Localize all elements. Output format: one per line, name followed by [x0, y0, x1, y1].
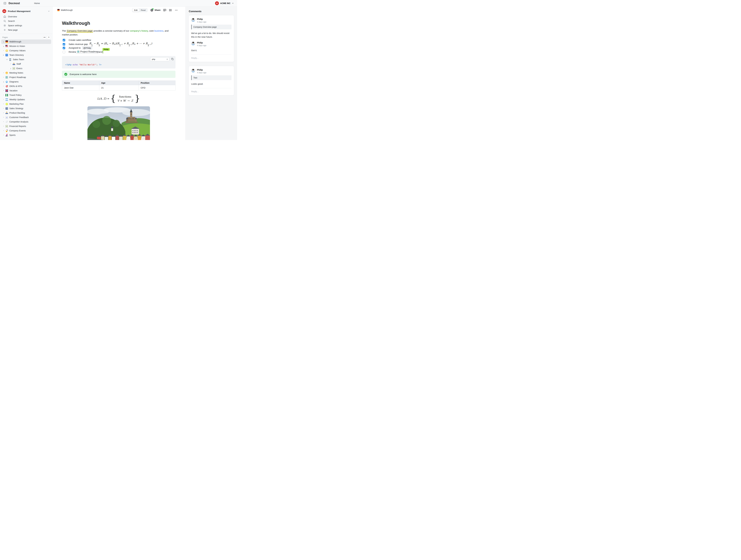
sidebar-item-space-settings[interactable]: Space settings: [0, 23, 52, 28]
chevron-right-icon[interactable]: ›: [2, 45, 5, 48]
reply-input[interactable]: Reply...: [191, 57, 231, 60]
checkbox-checked[interactable]: [63, 39, 65, 41]
column-header[interactable]: Name: [62, 81, 99, 85]
more-options-button[interactable]: [175, 9, 178, 12]
castle-riverside-photo: [87, 106, 150, 140]
comment-timestamp: 4 days ago: [197, 71, 206, 74]
chevron-down-icon[interactable]: ›: [2, 54, 5, 57]
document-image[interactable]: [87, 106, 150, 140]
chevron-right-icon[interactable]: ›: [9, 67, 12, 70]
home-icon: [3, 15, 6, 18]
argentina-flag-icon: [5, 98, 8, 101]
table-header-row: Name Age Position: [62, 81, 176, 85]
page-title[interactable]: Walkthrough: [62, 21, 176, 26]
bullet-icon: •: [2, 85, 5, 87]
sidebar-page-financial-reports[interactable]: •Financial Reports: [1, 124, 51, 128]
sidebar-page-company-values[interactable]: •Company Values: [1, 48, 51, 53]
data-table: Name Age Position Jane Doe 21 CFO: [62, 80, 176, 90]
sidebar-item-label: New page: [8, 29, 18, 31]
comment-text: We've got a lot to do. We should revisit…: [191, 31, 231, 39]
app-logo[interactable]: Docmost: [9, 2, 20, 5]
sidebar-page-competitor-analysis[interactable]: •Competitor Analysis: [1, 120, 51, 124]
sidebar-item-new-page[interactable]: New page: [0, 28, 52, 32]
bullet-icon: •: [2, 50, 5, 51]
collaborator-cursor: Philip: [103, 50, 103, 54]
sidebar-page-okrs-kpis[interactable]: •OKRs & KPIs: [1, 84, 51, 88]
green-link[interactable]: company's history: [130, 29, 148, 32]
comments-toggle-button[interactable]: [163, 9, 166, 12]
bullet-icon: •: [2, 112, 5, 114]
reply-input[interactable]: Reply...: [191, 90, 231, 93]
code-language-select[interactable]: php: [150, 57, 169, 61]
column-header[interactable]: Position: [139, 81, 176, 85]
search-icon: [3, 20, 6, 22]
chevron-right-icon[interactable]: ›: [2, 80, 5, 83]
math-block[interactable]: L(A, Z) ≃ {functionsV × W → Z}: [62, 93, 176, 104]
comment-author: Philip: [197, 18, 206, 20]
shared-status-dot: [152, 8, 153, 10]
sidebar-page-sports[interactable]: •Sports: [1, 133, 51, 137]
sidebar-page-travel-policy[interactable]: •Travel Policy: [1, 93, 51, 97]
table-of-contents-button[interactable]: [169, 9, 172, 12]
us-flag-icon: [5, 45, 8, 48]
pages-add-button[interactable]: +: [47, 36, 51, 39]
chevron-down-icon[interactable]: ›: [6, 58, 8, 61]
sidebar-page-team-directory[interactable]: ›Team Directory: [1, 53, 51, 57]
sidebar-page-staff[interactable]: •Staff: [1, 62, 51, 66]
read-mode-button[interactable]: Read: [139, 8, 147, 12]
green-check-circle-icon: [64, 73, 67, 76]
table-cell[interactable]: CFO: [139, 85, 176, 90]
blue-link[interactable]: business: [154, 29, 163, 32]
comment-thread-card: Philip 4 days ago Two Looks good. Reply.…: [189, 66, 234, 96]
table-cell[interactable]: 21: [99, 85, 139, 90]
user-mention-chip[interactable]: @Philip: [82, 46, 92, 50]
workspace-name: ACME INC: [220, 2, 230, 4]
document-header: Walkthrough Edit Read Share: [53, 7, 185, 13]
code-block[interactable]: php <?php echo "Hello World!"; ?>: [62, 56, 176, 68]
nav-home[interactable]: Home: [34, 2, 40, 4]
sidebar-page-project-roadmap[interactable]: •Project Roadmap: [1, 75, 51, 79]
checkbox-unchecked[interactable]: [63, 51, 65, 53]
comments-panel-title: Comments: [189, 10, 234, 13]
checkbox-checked[interactable]: [63, 43, 65, 46]
sidebar-page-diagrams[interactable]: ›Diagrams: [1, 79, 51, 84]
success-callout[interactable]: Everyone is welcome here: [62, 71, 176, 78]
space-switcher[interactable]: PM Product Management: [0, 8, 52, 14]
woman-technologist-icon: [13, 63, 15, 65]
germany-flag-icon: [57, 9, 60, 11]
share-button[interactable]: Share: [150, 9, 160, 12]
sidebar-page-product-backlog[interactable]: •Product Backlog: [1, 111, 51, 115]
sidebar-toggle-icon[interactable]: [3, 2, 6, 5]
person-biking-icon: [5, 134, 8, 136]
sidebar-page-mission-vision[interactable]: ›Mission & Vision: [1, 44, 51, 48]
sidebar-page-marketing-plan[interactable]: •Marketing Plan: [1, 102, 51, 106]
page-link[interactable]: Project Roadmap: [76, 50, 99, 54]
sidebar-page-walkthrough[interactable]: ›Walkthrough: [1, 40, 51, 44]
sidebar-item-search[interactable]: Search: [0, 19, 52, 23]
sidebar-page-sales-team[interactable]: ›Sales Team: [1, 57, 51, 62]
list-icon: [169, 9, 172, 12]
checkbox-checked[interactable]: [63, 47, 65, 49]
workspace-switcher[interactable]: AI ACME INC: [215, 1, 234, 5]
pages-section-title: Pages: [2, 36, 42, 39]
task-item: Review Project Roadmap and Philip: [62, 50, 176, 54]
column-header[interactable]: Age: [99, 81, 139, 85]
paragraph[interactable]: The Company Overview page provides a con…: [62, 29, 176, 37]
sidebar-page-weekly-updates[interactable]: •Weekly Updates: [1, 97, 51, 102]
sidebar-page-meeting-notes[interactable]: •Meeting Notes: [1, 71, 51, 75]
sidebar-page-sales-strategy[interactable]: •Sales Strategy: [1, 106, 51, 111]
edit-mode-button[interactable]: Edit: [133, 8, 139, 12]
table-cell[interactable]: Jane Doe: [62, 85, 99, 90]
code-content[interactable]: <?php echo "Hello World!"; ?>: [65, 63, 102, 66]
sidebar-page-company-events[interactable]: •Company Events: [1, 128, 51, 133]
comment: Philip 4 days ago: [191, 68, 231, 74]
sidebar-item-overview[interactable]: Overview: [0, 14, 52, 19]
chevron-right-icon[interactable]: ›: [2, 41, 5, 43]
pages-menu-button[interactable]: •••: [43, 36, 46, 39]
comment-thread-card: Philip 4 days ago Company Overview page …: [189, 15, 234, 62]
sidebar-page-customer-feedback[interactable]: •Customer Feedback: [1, 115, 51, 120]
breadcrumb[interactable]: Walkthrough: [57, 9, 73, 11]
copy-code-button[interactable]: [171, 58, 174, 61]
sidebar-page-execs[interactable]: ›Execs: [1, 66, 51, 71]
sidebar-page-vacation[interactable]: •Vacation: [1, 88, 51, 93]
